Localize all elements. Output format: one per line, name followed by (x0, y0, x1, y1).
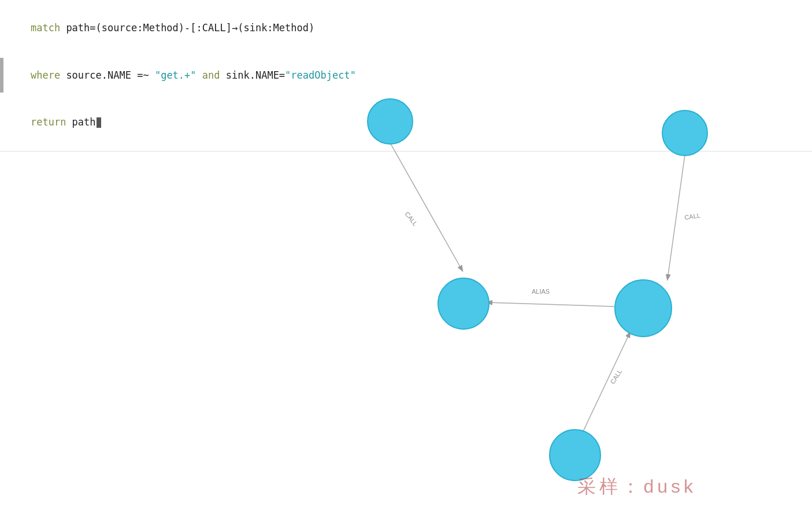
graph-node-2 (662, 110, 708, 156)
code-line-1: match path=(source:Method)-[:CALL]→(sink… (7, 5, 805, 52)
watermark: 采样：dusk (577, 474, 696, 500)
graph-node-3 (437, 278, 490, 330)
keyword-match: match (31, 22, 60, 34)
edge-call-3 (583, 333, 630, 433)
edge-call-2 (668, 155, 685, 279)
edge-label-call-1: CALL (403, 211, 418, 227)
edge-label-call-2: CALL (684, 212, 701, 221)
edge-label-call-3: CALL (609, 368, 624, 385)
edge-alias (487, 302, 614, 306)
graph-node-4 (614, 279, 672, 337)
graph-node-1 (367, 98, 413, 145)
edge-call-1 (390, 143, 462, 271)
graph-node-5 (549, 429, 601, 481)
graph-visualization: CALL CALL ALIAS CALL 采样：dusk (0, 58, 812, 517)
code-path-expr: path=(source:Method)-[:CALL]→(sink:Metho… (60, 22, 314, 34)
edge-label-alias: ALIAS (532, 288, 550, 295)
